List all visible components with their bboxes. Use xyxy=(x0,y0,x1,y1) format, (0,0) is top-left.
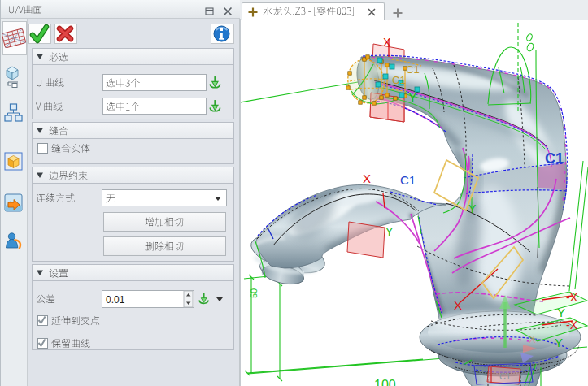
svg-text:C1: C1 xyxy=(545,150,564,167)
svg-text:Y: Y xyxy=(385,225,394,238)
svg-text:X: X xyxy=(383,36,391,49)
svg-text:X: X xyxy=(454,298,462,312)
svg-text:100: 100 xyxy=(374,378,396,386)
svg-text:Y: Y xyxy=(555,336,563,349)
svg-text:Y: Y xyxy=(468,202,477,215)
svg-text:C1: C1 xyxy=(406,63,420,76)
svg-text:-X: -X xyxy=(566,319,578,332)
svg-text:X: X xyxy=(363,171,371,185)
svg-text:Y: Y xyxy=(557,306,565,319)
svg-text:X: X xyxy=(529,333,536,345)
svg-text:C1: C1 xyxy=(400,173,416,187)
svg-text:50: 50 xyxy=(249,288,259,298)
svg-text:-X: -X xyxy=(566,291,578,304)
svg-text:C1: C1 xyxy=(392,74,406,86)
svg-text:Y: Y xyxy=(408,91,417,105)
svg-text:C1: C1 xyxy=(499,371,511,381)
